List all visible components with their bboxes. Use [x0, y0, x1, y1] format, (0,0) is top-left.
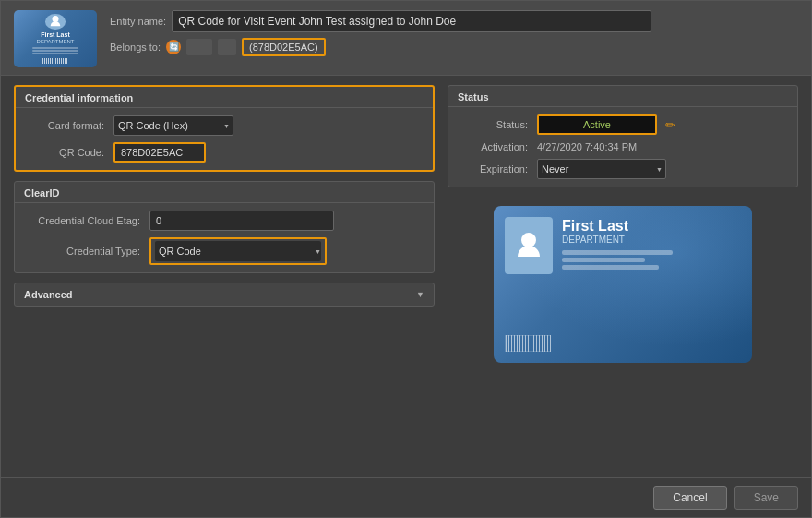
status-badge: Active — [537, 114, 657, 135]
credential-info-body: Card format: QR Code (Hex) QR Code: — [16, 108, 433, 170]
expiration-row: Expiration: Never — [458, 159, 788, 179]
status-header: Status — [448, 86, 797, 107]
card-avatar-large — [505, 217, 553, 274]
status-section: Status Status: Active ✏ Activation: 4/27… — [448, 85, 798, 187]
edit-icon[interactable]: ✏ — [663, 117, 677, 132]
footer: Cancel Save — [1, 477, 811, 517]
entity-name-label: Entity name: — [110, 16, 166, 27]
qr-code-input[interactable] — [113, 142, 206, 163]
card-name-large: First Last — [562, 217, 741, 235]
credential-type-select[interactable]: QR Code — [155, 241, 321, 261]
qr-code-row: QR Code: — [25, 142, 424, 163]
etag-label: Credential Cloud Etag: — [24, 215, 144, 226]
header: First Last DEPARTMENT Entity name: Belon… — [1, 1, 811, 76]
clearid-body: Credential Cloud Etag: Credential Type: … — [15, 203, 434, 272]
save-button[interactable]: Save — [734, 486, 798, 510]
activation-label: Activation: — [458, 141, 531, 152]
card-avatar-small — [45, 14, 66, 30]
belongs-gray-box — [186, 39, 212, 55]
card-format-row: Card format: QR Code (Hex) — [25, 115, 424, 136]
chevron-down-icon: ▼ — [416, 290, 424, 299]
status-row: Status: Active ✏ — [458, 114, 788, 135]
svg-point-1 — [521, 233, 536, 247]
expiration-wrapper: Never — [537, 159, 666, 179]
credential-type-label: Credential Type: — [24, 246, 144, 257]
belongs-row: Belongs to: 🔄 (878D02E5AC) — [110, 38, 798, 56]
clearid-header: ClearID — [15, 182, 434, 203]
entity-name-row: Entity name: — [110, 10, 798, 32]
credential-type-wrapper: QR Code — [149, 237, 327, 265]
status-label: Status: — [458, 119, 531, 130]
etag-row: Credential Cloud Etag: — [24, 211, 424, 231]
activation-row: Activation: 4/27/2020 7:40:34 PM — [458, 141, 788, 152]
entity-name-input[interactable] — [172, 10, 651, 32]
credential-info-section: Credential information Card format: QR C… — [14, 85, 435, 172]
id-card-large: First Last DEPARTMENT — [494, 206, 752, 363]
header-id-card: First Last DEPARTMENT — [14, 10, 97, 67]
main-content: Credential information Card format: QR C… — [1, 76, 811, 477]
expiration-label: Expiration: — [458, 163, 531, 175]
qr-code-label: QR Code: — [25, 147, 108, 158]
expiration-select[interactable]: Never — [537, 159, 666, 179]
credential-type-row: Credential Type: QR Code — [24, 237, 424, 265]
card-barcode-small — [42, 58, 68, 64]
right-panel: Status Status: Active ✏ Activation: 4/27… — [448, 85, 798, 468]
card-dept-small: DEPARTMENT — [37, 39, 75, 44]
svg-point-0 — [53, 16, 59, 22]
credential-dialog: First Last DEPARTMENT Entity name: Belon… — [0, 0, 812, 518]
belongs-icon: 🔄 — [166, 40, 181, 54]
belongs-to-label: Belongs to: — [110, 42, 161, 53]
card-name-small: First Last — [41, 31, 70, 39]
belongs-id: (878D02E5AC) — [242, 38, 326, 56]
card-format-select[interactable]: QR Code (Hex) — [113, 115, 233, 136]
status-value-row: Active ✏ — [537, 114, 677, 135]
credential-info-header: Credential information — [16, 87, 433, 108]
card-barcode-large — [505, 335, 551, 352]
etag-input[interactable] — [149, 211, 334, 231]
card-lines-small — [32, 46, 78, 55]
clearid-section: ClearID Credential Cloud Etag: Credentia… — [14, 181, 435, 273]
activation-value: 4/27/2020 7:40:34 PM — [537, 141, 637, 152]
card-text-lines — [562, 250, 741, 270]
advanced-section: Advanced ▼ — [14, 283, 435, 307]
card-info: First Last DEPARTMENT — [562, 217, 741, 272]
status-body: Status: Active ✏ Activation: 4/27/2020 7… — [448, 107, 797, 187]
card-format-wrapper: QR Code (Hex) — [113, 115, 233, 136]
cancel-button[interactable]: Cancel — [653, 486, 726, 510]
advanced-header[interactable]: Advanced ▼ — [15, 283, 434, 306]
advanced-title: Advanced — [24, 289, 73, 300]
card-dept-large: DEPARTMENT — [562, 235, 741, 245]
header-fields: Entity name: Belongs to: 🔄 (878D02E5AC) — [110, 10, 798, 56]
left-panel: Credential information Card format: QR C… — [14, 85, 435, 468]
belongs-gray-box2 — [218, 39, 236, 55]
card-format-label: Card format: — [25, 120, 108, 131]
